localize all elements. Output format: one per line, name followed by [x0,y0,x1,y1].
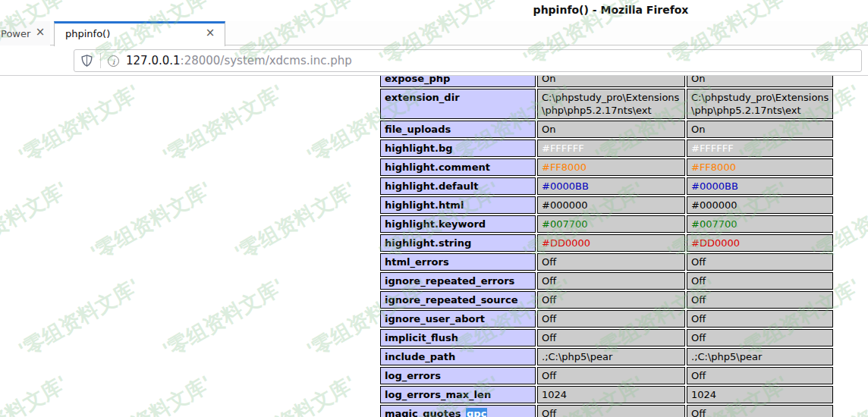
master-value-cell: #FF8000 [687,158,833,176]
master-value-cell: 1024 [687,386,833,403]
find-highlight: gpc [466,408,487,417]
local-value-cell: #0000BB [537,177,685,195]
local-value-cell: .;C:\php5\pear [537,348,685,365]
firefox-window: phpinfo() - Mozilla Firefox Power × phpi… [0,0,868,417]
close-tab-icon[interactable]: × [34,27,46,39]
urlbar-divider [100,53,101,68]
window-titlebar: phpinfo() - Mozilla Firefox [0,0,868,21]
directive-name-cell: highlight.bg [380,140,536,157]
master-value-cell: C:\phpstudy_pro\Extensions \php\php5.2.1… [687,89,833,119]
url-text[interactable]: 127.0.0.1:28000/system/xdcms.inc.php [126,54,352,67]
local-value-cell: On [537,76,685,87]
table-row: highlight.bg#FFFFFF#FFFFFF [380,140,833,157]
table-row: highlight.string#DD0000#DD0000 [380,234,833,252]
url-host: 127.0.0.1 [126,54,181,67]
directive-name-cell: highlight.comment [380,158,536,176]
master-value-cell: #0000BB [687,177,833,195]
table-row: magic_quotes_gpcOffOff [380,405,833,417]
local-value-cell: #FF8000 [537,158,685,176]
master-value-cell: Off [687,253,833,271]
table-row: highlight.html#000000#000000 [380,196,833,214]
directive-name-cell: ignore_repeated_source [380,291,536,309]
url-bar[interactable]: i 127.0.0.1:28000/system/xdcms.inc.php [74,49,862,72]
local-value-cell: #DD0000 [537,234,685,252]
local-value-cell: C:\phpstudy_pro\Extensions \php\php5.2.1… [537,89,685,119]
master-value-cell: Off [687,329,833,346]
tab-background-page[interactable]: Power × [0,21,50,45]
url-path: :28000/system/xdcms.inc.php [181,54,352,67]
master-value-cell: #DD0000 [687,234,833,252]
table-row: log_errors_max_len10241024 [380,386,833,403]
master-value-cell: On [687,121,833,138]
local-value-cell: On [537,121,685,138]
table-row: log_errorsOffOff [380,367,833,384]
directive-name-cell: file_uploads [380,121,536,138]
table-row: ignore_repeated_sourceOffOff [380,291,833,309]
phpinfo-table-body: expose_phpOnOnextension_dirC:\phpstudy_p… [380,76,833,417]
navigation-toolbar: i 127.0.0.1:28000/system/xdcms.inc.php [0,46,868,76]
table-row: include_path.;C:\php5\pear.;C:\php5\pear [380,348,833,365]
master-value-cell: #007700 [687,215,833,233]
table-row: ignore_repeated_errorsOffOff [380,272,833,290]
local-value-cell: #007700 [537,215,685,233]
directive-name-cell: implicit_flush [380,329,536,346]
directive-name-cell: log_errors_max_len [380,386,536,403]
tracking-protection-shield-icon[interactable] [80,54,93,67]
local-value-cell: Off [537,310,685,328]
local-value-cell: #000000 [537,196,685,214]
table-row: extension_dirC:\phpstudy_pro\Extensions … [380,89,833,119]
directive-name-cell: magic_quotes_gpc [380,405,536,417]
directive-name-cell: highlight.keyword [380,215,536,233]
local-value-cell: Off [537,367,685,384]
master-value-cell: Off [687,272,833,290]
local-value-cell: Off [537,272,685,290]
master-value-cell: #000000 [687,196,833,214]
tab-label: phpinfo() [65,28,110,39]
master-value-cell: .;C:\php5\pear [687,348,833,365]
local-value-cell: Off [537,253,685,271]
tab-phpinfo[interactable]: phpinfo() × [54,21,225,46]
table-row: highlight.keyword#007700#007700 [380,215,833,233]
master-value-cell: Off [687,405,833,417]
directive-name-cell: highlight.html [380,196,536,214]
directive-name-cell: ignore_repeated_errors [380,272,536,290]
tab-bar: Power × phpinfo() × + [0,21,868,45]
close-tab-icon[interactable]: × [204,27,216,39]
site-info-icon[interactable]: i [108,55,119,67]
table-row: ignore_user_abortOffOff [380,310,833,328]
master-value-cell: Off [687,310,833,328]
table-row: highlight.comment#FF8000#FF8000 [380,158,833,176]
master-value-cell: Off [687,367,833,384]
directive-name-cell: html_errors [380,253,536,271]
local-value-cell: Off [537,291,685,309]
table-row: implicit_flushOffOff [380,329,833,346]
table-row: expose_phpOnOn [380,76,833,87]
local-value-cell: Off [537,405,685,417]
directive-name-cell: expose_php [380,76,536,87]
master-value-cell: On [687,76,833,87]
directive-name-cell: ignore_user_abort [380,310,536,328]
table-row: file_uploadsOnOn [380,121,833,138]
local-value-cell: 1024 [537,386,685,403]
master-value-cell: Off [687,291,833,309]
page-content: expose_phpOnOnextension_dirC:\phpstudy_p… [0,76,868,417]
tab-label: Power [1,28,34,39]
local-value-cell: Off [537,329,685,346]
directive-name-cell: include_path [380,348,536,365]
directive-name-cell: highlight.default [380,177,536,195]
local-value-cell: #FFFFFF [537,140,685,157]
phpinfo-table: expose_phpOnOnextension_dirC:\phpstudy_p… [379,76,835,417]
master-value-cell: #FFFFFF [687,140,833,157]
window-title: phpinfo() - Mozilla Firefox [501,4,721,16]
directive-name-cell: log_errors [380,367,536,384]
directive-name-cell: extension_dir [380,89,536,119]
table-row: highlight.default#0000BB#0000BB [380,177,833,195]
directive-name-cell: highlight.string [380,234,536,252]
table-row: html_errorsOffOff [380,253,833,271]
